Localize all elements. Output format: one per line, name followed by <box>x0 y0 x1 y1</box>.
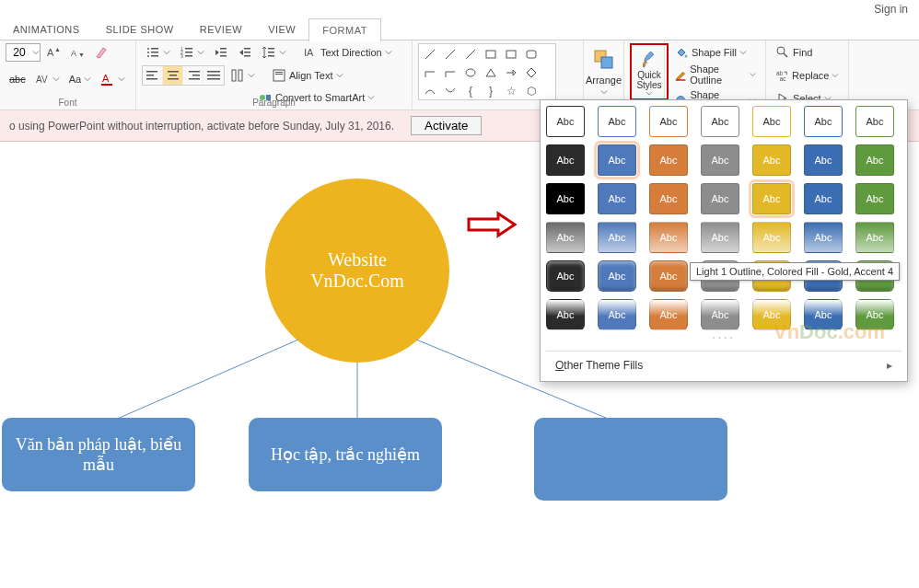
style-swatch[interactable]: Abc <box>701 299 739 330</box>
style-swatch[interactable]: Abc <box>701 183 739 214</box>
style-swatch[interactable]: Abc <box>649 106 688 137</box>
font-size-input[interactable] <box>6 43 41 62</box>
shape-diamond-icon[interactable] <box>522 64 541 81</box>
style-swatch[interactable]: Abc <box>804 144 843 176</box>
shape-ellipse-icon[interactable] <box>461 64 480 81</box>
shape-rect-icon[interactable] <box>482 46 500 63</box>
increase-indent-button[interactable] <box>234 43 256 62</box>
activate-button[interactable]: Activate <box>411 116 482 135</box>
style-swatch[interactable]: Abc <box>649 299 688 330</box>
style-swatch[interactable]: Abc <box>855 144 894 176</box>
char-spacing-button[interactable]: AV <box>31 70 64 88</box>
style-swatch[interactable]: Abc <box>804 183 843 214</box>
style-swatch[interactable]: Abc <box>855 299 894 330</box>
style-swatch[interactable]: Abc <box>546 260 585 292</box>
box3-shape[interactable] <box>534 418 727 501</box>
quick-styles-button[interactable]: Quick Styles <box>630 43 669 100</box>
style-swatch[interactable]: Abc <box>855 222 894 253</box>
shapes-gallery[interactable]: { } ☆ ⬡ <box>418 43 556 100</box>
shape-outline-button[interactable]: Shape Outline <box>670 62 760 87</box>
style-swatch[interactable]: Abc <box>649 222 688 253</box>
style-swatch[interactable]: Abc <box>855 106 894 137</box>
style-swatch[interactable]: Abc <box>804 222 843 253</box>
increase-font-button[interactable]: A▲ <box>42 43 64 62</box>
line-spacing-button[interactable] <box>258 43 290 62</box>
style-swatch[interactable]: Abc <box>752 299 791 330</box>
tab-animations[interactable]: ANIMATIONS <box>0 18 93 40</box>
style-swatch[interactable]: Abc <box>752 106 791 137</box>
shape-curve-icon[interactable] <box>441 83 460 99</box>
box2-shape[interactable]: Học tập, trắc nghiệm <box>249 418 442 491</box>
svg-rect-45 <box>275 74 283 75</box>
style-swatch[interactable]: Abc <box>752 222 791 253</box>
style-swatch[interactable]: Abc <box>701 106 739 137</box>
sign-in-link[interactable]: Sign in <box>874 3 908 16</box>
style-swatch[interactable]: Abc <box>804 299 843 330</box>
shape-brace-icon[interactable]: { <box>461 83 480 99</box>
style-swatch[interactable]: Abc <box>598 106 636 137</box>
shape-line-icon[interactable] <box>441 46 460 63</box>
clear-format-button[interactable] <box>90 43 112 62</box>
align-justify-button[interactable] <box>204 66 224 85</box>
shape-rrect-icon[interactable] <box>522 46 541 63</box>
shape-fill-button[interactable]: Shape Fill <box>670 43 760 62</box>
style-swatch[interactable]: Abc <box>752 183 791 214</box>
panel-grip[interactable]: .... <box>546 329 902 343</box>
columns-button[interactable] <box>227 66 259 85</box>
box1-shape[interactable]: Văn bản pháp luật, biểu mẫu <box>2 418 195 491</box>
other-theme-fills-button[interactable]: Other Theme Fills ▸ <box>546 351 902 375</box>
strikethrough-button[interactable]: abc <box>6 72 29 86</box>
shape-curve-icon[interactable] <box>421 83 439 99</box>
style-swatch[interactable]: Abc <box>546 299 585 330</box>
svg-rect-26 <box>268 52 274 53</box>
shape-line-icon[interactable] <box>461 46 480 63</box>
align-center-button[interactable] <box>163 66 183 85</box>
style-swatch[interactable]: Abc <box>649 183 688 214</box>
arrange-button[interactable]: Arrange <box>589 43 618 100</box>
shape-line-icon[interactable] <box>421 46 439 63</box>
align-right-button[interactable] <box>183 66 204 85</box>
style-swatch[interactable]: Abc <box>855 183 894 214</box>
shape-brace-icon[interactable]: } <box>482 83 500 99</box>
replace-button[interactable]: abacReplace <box>772 66 843 85</box>
decrease-indent-button[interactable] <box>210 43 232 62</box>
style-swatch[interactable]: Abc <box>598 299 636 330</box>
align-left-button[interactable] <box>143 66 163 85</box>
shape-arrow-icon[interactable] <box>502 64 520 81</box>
shape-triangle-icon[interactable] <box>482 64 500 81</box>
tab-review[interactable]: REVIEW <box>187 18 255 40</box>
tab-format[interactable]: FORMAT <box>308 18 381 42</box>
bullets-button[interactable] <box>142 43 174 62</box>
align-text-button[interactable]: Align Text <box>268 66 347 85</box>
shape-elbow-icon[interactable] <box>441 64 460 81</box>
svg-text:3: 3 <box>180 53 183 59</box>
style-swatch[interactable]: Abc <box>752 144 791 176</box>
shape-star-icon[interactable]: ☆ <box>502 83 520 99</box>
tab-view[interactable]: VIEW <box>255 18 308 40</box>
svg-rect-40 <box>207 78 220 80</box>
style-swatch[interactable]: Abc <box>598 260 636 292</box>
style-swatch[interactable]: Abc <box>546 144 585 176</box>
style-swatch[interactable]: Abc <box>598 183 636 214</box>
circle-shape[interactable]: Website VnDoc.Com <box>265 179 449 363</box>
font-color-button[interactable]: A <box>97 70 129 88</box>
style-swatch[interactable]: Abc <box>804 106 843 137</box>
style-swatch[interactable]: Abc <box>649 144 688 176</box>
style-swatch[interactable]: Abc <box>701 222 739 253</box>
shape-hex-icon[interactable]: ⬡ <box>522 83 541 99</box>
numbering-button[interactable]: 123 <box>176 43 208 62</box>
style-swatch[interactable]: Abc <box>546 183 585 214</box>
decrease-font-button[interactable]: A▼ <box>66 43 88 62</box>
text-direction-button[interactable]: ⅠAText Direction <box>299 43 396 62</box>
find-button[interactable]: Find <box>772 43 843 62</box>
style-swatch[interactable]: Abc <box>598 222 636 253</box>
tab-slideshow[interactable]: SLIDE SHOW <box>93 18 187 40</box>
style-swatch[interactable]: Abc <box>649 260 688 292</box>
style-swatch[interactable]: Abc <box>701 144 739 176</box>
style-swatch[interactable]: Abc <box>598 144 636 176</box>
shape-elbow-icon[interactable] <box>421 64 439 81</box>
style-swatch[interactable]: Abc <box>546 106 585 137</box>
style-swatch[interactable]: Abc <box>546 222 585 253</box>
change-case-button[interactable]: Aa <box>65 72 95 86</box>
shape-rect-icon[interactable] <box>502 46 520 63</box>
